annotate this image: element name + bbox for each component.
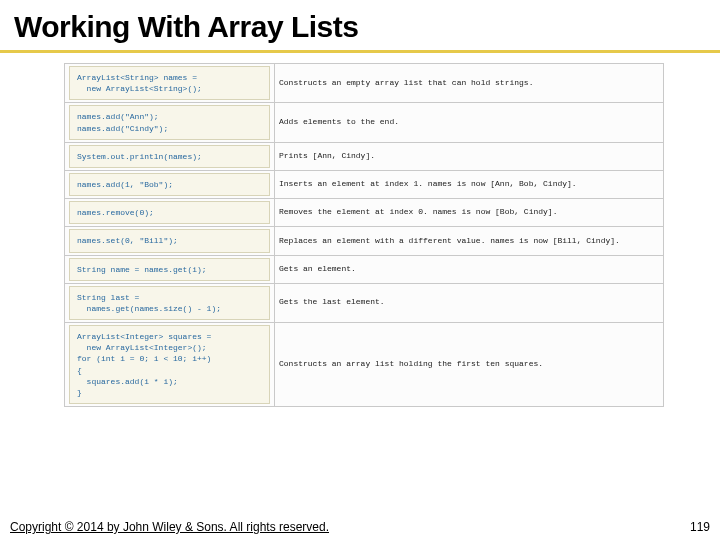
title-rule [0, 50, 720, 53]
table-row: String last = names.get(names.size() - 1… [65, 283, 664, 322]
desc-cell: Inserts an element at index 1. names is … [275, 170, 664, 198]
desc-cell: Gets an element. [275, 255, 664, 283]
table-row: ArrayList<String> names = new ArrayList<… [65, 64, 664, 103]
table-row: System.out.println(names); Prints [Ann, … [65, 142, 664, 170]
desc-cell: Constructs an array list holding the fir… [275, 323, 664, 407]
page-number: 119 [690, 520, 710, 534]
code-box: names.add("Ann"); names.add("Cindy"); [69, 105, 270, 139]
code-cell: names.add("Ann"); names.add("Cindy"); [65, 103, 275, 142]
desc-cell: Gets the last element. [275, 283, 664, 322]
code-box: String name = names.get(i); [69, 258, 270, 281]
code-box: ArrayList<String> names = new ArrayList<… [69, 66, 270, 100]
code-box: names.add(1, "Bob"); [69, 173, 270, 196]
code-box: names.set(0, "Bill"); [69, 229, 270, 252]
table-row: names.remove(0); Removes the element at … [65, 199, 664, 227]
table-row: names.add(1, "Bob"); Inserts an element … [65, 170, 664, 198]
code-box: ArrayList<Integer> squares = new ArrayLi… [69, 325, 270, 404]
code-cell: names.add(1, "Bob"); [65, 170, 275, 198]
code-box: names.remove(0); [69, 201, 270, 224]
code-cell: names.set(0, "Bill"); [65, 227, 275, 255]
page-title: Working With Array Lists [0, 0, 720, 50]
desc-cell: Replaces an element with a different val… [275, 227, 664, 255]
desc-cell: Prints [Ann, Cindy]. [275, 142, 664, 170]
code-cell: String last = names.get(names.size() - 1… [65, 283, 275, 322]
table-row: String name = names.get(i); Gets an elem… [65, 255, 664, 283]
desc-cell: Removes the element at index 0. names is… [275, 199, 664, 227]
code-box: String last = names.get(names.size() - 1… [69, 286, 270, 320]
code-cell: names.remove(0); [65, 199, 275, 227]
code-cell: System.out.println(names); [65, 142, 275, 170]
table-row: ArrayList<Integer> squares = new ArrayLi… [65, 323, 664, 407]
table-row: names.add("Ann"); names.add("Cindy"); Ad… [65, 103, 664, 142]
code-box: System.out.println(names); [69, 145, 270, 168]
copyright-text: Copyright © 2014 by John Wiley & Sons. A… [10, 520, 329, 534]
footer: Copyright © 2014 by John Wiley & Sons. A… [10, 520, 710, 534]
table-row: names.set(0, "Bill"); Replaces an elemen… [65, 227, 664, 255]
arraylist-examples-table: ArrayList<String> names = new ArrayList<… [64, 63, 664, 407]
code-cell: ArrayList<String> names = new ArrayList<… [65, 64, 275, 103]
desc-cell: Constructs an empty array list that can … [275, 64, 664, 103]
code-cell: String name = names.get(i); [65, 255, 275, 283]
code-cell: ArrayList<Integer> squares = new ArrayLi… [65, 323, 275, 407]
desc-cell: Adds elements to the end. [275, 103, 664, 142]
